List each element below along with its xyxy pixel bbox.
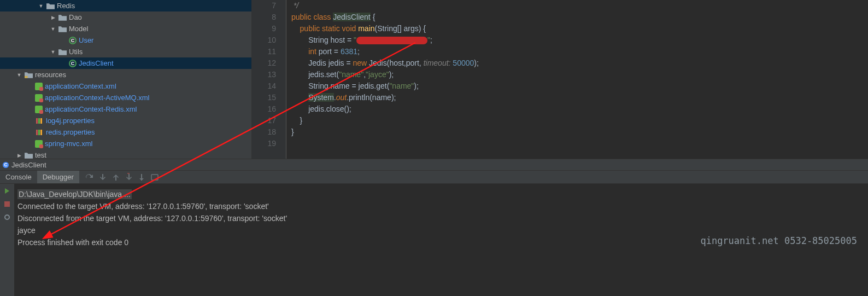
tree-item-test[interactable]: ▶ test: [0, 149, 251, 159]
line-number: 16: [252, 103, 276, 115]
console-line: D:\Java_Develop\JDK\bin\java ...: [17, 189, 132, 199]
tree-item-appctx[interactable]: applicationContext.xml: [0, 80, 251, 92]
chevron-down-icon: ▼: [50, 26, 56, 32]
chevron-down-icon: ▼: [16, 72, 22, 78]
svg-rect-3: [38, 118, 40, 124]
xml-icon: [35, 83, 43, 90]
folder-icon: [46, 2, 55, 10]
bottom-tabstrip: C JedisClient: [0, 159, 868, 171]
tree-item-springmvc[interactable]: spring-mvc.xml: [0, 138, 251, 149]
tree-label: redis.properties: [46, 128, 95, 136]
class-icon: C: [69, 37, 77, 44]
tree-label: applicationContext-ActiveMQ.xml: [45, 94, 149, 102]
tree-item-redisprop[interactable]: redis.properties: [0, 126, 251, 138]
tab-debugger[interactable]: Debugger: [37, 171, 79, 183]
code-text: Jedis jedis =: [308, 59, 353, 67]
line-number: 8: [252, 11, 276, 23]
line-gutter: 7 8 9 10 11 12 13 14 15 16 17 18 19: [252, 0, 286, 159]
code-text: void: [342, 24, 359, 33]
line-number: 17: [252, 115, 276, 126]
svg-rect-4: [40, 118, 42, 124]
tree-item-appctx-redis[interactable]: applicationContext-Redis.xml: [0, 103, 251, 115]
tree-item-model[interactable]: ▼ Model: [0, 23, 251, 34]
code-text: out: [336, 93, 347, 102]
restore-icon[interactable]: [3, 213, 11, 221]
folder-icon: [58, 25, 67, 33]
code-text: );: [389, 70, 394, 79]
folder-icon: [58, 13, 67, 22]
tree-item-appctx-mq[interactable]: applicationContext-ActiveMQ.xml: [0, 92, 251, 103]
code-text: class: [313, 13, 333, 21]
tree-item-dao[interactable]: ▶ Dao: [0, 11, 251, 23]
code-text: .println(name);: [347, 93, 396, 102]
gutter-divider: [286, 0, 286, 159]
class-icon: C: [69, 60, 77, 67]
tree-item-resources[interactable]: ▼ resources: [0, 69, 251, 80]
code-text: );: [414, 82, 419, 90]
line-number: 19: [252, 138, 276, 149]
code-text: 50000: [453, 59, 474, 67]
code-editor[interactable]: 7 8 9 10 11 12 13 14 15 16 17 18 19 */ p…: [252, 0, 868, 159]
code-text: "jayce": [366, 70, 389, 79]
svg-rect-8: [40, 130, 42, 135]
code-text: {: [371, 13, 376, 21]
code-text: public static: [300, 24, 342, 33]
code-text: timeout:: [424, 59, 453, 67]
svg-rect-0: [25, 76, 28, 78]
tree-item-user[interactable]: C User: [0, 34, 251, 46]
line-number: 7: [252, 0, 276, 11]
code-text: int: [308, 47, 319, 56]
tree-label: Model: [69, 25, 88, 33]
tab-console[interactable]: Console: [0, 171, 37, 183]
line-number: 12: [252, 57, 276, 69]
watermark-text: qingruanit.net 0532-85025005: [700, 235, 857, 247]
step-over-icon[interactable]: [85, 173, 93, 182]
xml-icon: [35, 94, 43, 102]
step-out-icon[interactable]: [111, 173, 120, 182]
code-text: main: [358, 24, 374, 33]
chevron-down-icon: ▼: [50, 49, 56, 55]
project-tree[interactable]: ▼ Redis ▶ Dao ▼ Model C User ▼ Utils C J…: [0, 0, 252, 159]
xml-icon: [35, 106, 43, 113]
tree-label: test: [35, 151, 46, 159]
class-icon: C: [2, 161, 9, 169]
code-text: port =: [319, 47, 341, 56]
line-number: 18: [252, 126, 276, 138]
code-text: jedis.set(: [308, 70, 339, 79]
tree-label: applicationContext.xml: [45, 82, 116, 90]
run-to-cursor-icon[interactable]: [137, 173, 146, 182]
tree-item-redis[interactable]: ▼ Redis: [0, 0, 251, 11]
stop-icon[interactable]: [3, 200, 11, 208]
chevron-right-icon: ▶: [50, 15, 56, 20]
chevron-down-icon: ▼: [38, 3, 44, 9]
rerun-icon[interactable]: [3, 187, 11, 195]
code-text: 6381: [341, 47, 357, 56]
line-number: 11: [252, 46, 276, 57]
tree-label: Dao: [69, 13, 82, 21]
step-into-icon[interactable]: [98, 173, 107, 182]
console-output[interactable]: D:\Java_Develop\JDK\bin\java ... Connect…: [14, 184, 868, 296]
tab-label[interactable]: JedisClient: [11, 161, 46, 169]
line-number: 10: [252, 34, 276, 46]
line-number: 15: [252, 92, 276, 103]
tree-item-utils[interactable]: ▼ Utils: [0, 46, 251, 57]
code-text: String host =: [308, 36, 354, 44]
line-number: 13: [252, 69, 276, 80]
tree-item-jedisclient[interactable]: C JedisClient: [0, 57, 251, 69]
svg-rect-13: [151, 175, 158, 180]
svg-rect-6: [36, 130, 38, 135]
debug-toolbar: Console Debugger: [0, 171, 868, 184]
force-step-icon[interactable]: [124, 173, 133, 182]
properties-icon: [35, 128, 44, 137]
code-text: }: [291, 127, 294, 136]
tree-label: resources: [35, 71, 66, 79]
tree-item-log4j[interactable]: log4j.properties: [0, 115, 251, 126]
tree-label: spring-mvc.xml: [45, 140, 92, 148]
evaluate-icon[interactable]: [150, 173, 159, 182]
code-area[interactable]: */ public class JedisClient { public sta…: [286, 0, 479, 159]
console-line: Disconnected from the target VM, address…: [17, 212, 868, 224]
tree-label: applicationContext-Redis.xml: [45, 105, 137, 113]
console-line: Connected to the target VM, address: '12…: [17, 200, 868, 212]
svg-text:C: C: [4, 162, 7, 167]
code-text: "name": [339, 70, 363, 79]
